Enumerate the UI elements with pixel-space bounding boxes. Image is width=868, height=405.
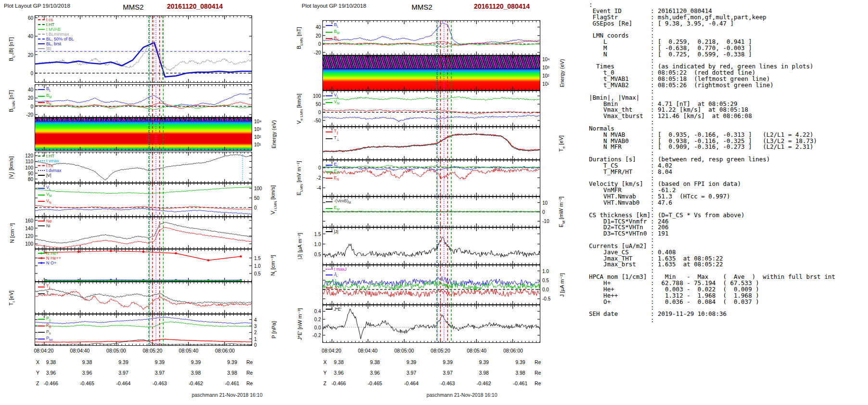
legend-label: -(VexB)M	[334, 198, 351, 205]
position-value: -0.466	[37, 380, 65, 386]
y-axis-label: |Vi| [km/s]	[8, 156, 15, 179]
y-tick-label: 120	[25, 153, 33, 158]
legend-line-sample	[326, 309, 332, 310]
legend-label: VM	[334, 99, 339, 106]
y-tick-label: 0.0	[542, 287, 549, 292]
y-tick-label: -10	[542, 219, 549, 224]
y-tick-label: 40	[28, 87, 33, 92]
legend-line-sample	[326, 131, 332, 132]
position-value: 9.39	[434, 359, 462, 365]
legend-line-sample	[38, 102, 45, 103]
legend-label: |B|	[46, 46, 51, 51]
x-tick-label: 08:04:40	[352, 348, 383, 353]
y-tick-label: 20	[28, 52, 33, 57]
y-tick-label: 100	[313, 93, 321, 99]
position-value: -0.465	[73, 380, 102, 386]
position-value: 9.39	[506, 359, 535, 365]
panel-legend: J*E'	[326, 307, 342, 312]
y-tick-label: 20	[28, 95, 33, 101]
y-tick-label: -2	[317, 175, 321, 180]
panel-legend: |J|	[326, 229, 338, 234]
spacecraft-title-middle: MMS2	[411, 3, 432, 11]
y-tick-label: 10⁴	[254, 118, 261, 124]
y-tick-label: 0.5	[314, 251, 321, 257]
y-tick-label: 0.5	[254, 271, 261, 276]
position-value: -0.461	[218, 380, 247, 386]
legend-label: EM	[334, 169, 339, 175]
position-value: -0.463	[145, 380, 174, 386]
legend-line-sample	[38, 326, 45, 327]
legend-label: BL	[46, 86, 51, 93]
y-tick-label: 100	[254, 186, 262, 191]
y-tick-label: 1.5	[314, 231, 321, 236]
middle-panel-e-lmn: 0-2-4ELMN [mV m⁻¹]ELEMEN	[322, 160, 540, 196]
panel-legend: NeNi	[38, 219, 52, 228]
panel-legend: t maxJJLJMJN	[326, 267, 347, 291]
y-tick-label: 0	[318, 41, 321, 47]
left-panel-v-lmn: 100500Vi LMN [km/s]VLVMVN	[35, 183, 252, 217]
position-unit: Re	[246, 380, 253, 386]
y-tick-label: 1.5	[254, 255, 261, 261]
y-axis-label: Energy (eV)	[559, 59, 565, 87]
y-tick-label: 80	[28, 176, 33, 182]
middle-panel-current-magnitude: 1.51.00.5|J| [µA m⁻²]|J|	[322, 227, 540, 265]
legend-label: t MVAB	[46, 27, 61, 32]
y-tick-label: 0.5	[542, 277, 549, 283]
position-value: 3.98	[218, 370, 247, 376]
left-panel-pressures: 43210P [nPa]PpPBPhPtot	[35, 314, 252, 346]
legend-label: Ne	[46, 219, 52, 223]
y-axis-label: BL,|B| [nT]	[8, 37, 15, 61]
y-tick-label: 40	[28, 34, 33, 39]
y-tick-label: 2	[254, 330, 257, 335]
y-tick-label: -4	[317, 185, 321, 191]
legend-line-sample	[326, 32, 332, 33]
left-panel-density: 160140120100N [cm⁻³]NeNi	[35, 217, 252, 249]
position-value: 3.97	[109, 370, 138, 376]
y-axis-label: Te [eV]	[558, 135, 565, 152]
legend-line-sample	[38, 34, 45, 35]
position-value: -0.466	[324, 380, 353, 386]
x-tick-label: 08:05:20	[137, 348, 168, 353]
panel-legend: T∥T⊥	[38, 284, 51, 297]
legend-line-sample	[38, 165, 45, 166]
position-value: -0.462	[470, 380, 498, 386]
position-value: 9.39	[470, 359, 498, 365]
legend-line-sample	[38, 195, 45, 196]
middle-panel-electron-spectrogram: 10⁴10³10²10¹Energy (eV)	[322, 55, 540, 91]
legend-line-sample	[38, 24, 45, 25]
position-unit: Re	[535, 370, 541, 376]
legend-label: t maxJ	[334, 267, 347, 272]
position-value: 9.39	[145, 359, 174, 365]
y-tick-label: 110	[26, 159, 33, 164]
legend-label: PB	[46, 323, 51, 329]
legend-label: T⊥	[334, 135, 339, 142]
middle-panel-electron-temperature: Te [eV]T∥T⊥	[322, 127, 540, 160]
y-tick-label: 100	[25, 165, 33, 170]
info-panel: : Event ID : 20161120_080414 FlagStr : m…	[589, 2, 835, 324]
y-tick-label: 160	[25, 218, 33, 223]
y-tick-label: 4	[254, 317, 257, 322]
legend-line-sample	[326, 178, 332, 179]
position-value: -0.464	[397, 380, 426, 386]
y-tick-label: -0.2	[313, 333, 321, 338]
y-axis-label: BLMN [nT]	[8, 90, 15, 112]
position-value: 3.98	[470, 370, 498, 376]
legend-label: N He++	[46, 256, 61, 261]
info-line: :	[589, 317, 835, 324]
y-tick-label: -20	[314, 50, 321, 55]
legend-label: JN	[334, 285, 338, 292]
legend-label: BL, brst	[46, 41, 61, 46]
legend-label: t cs	[46, 17, 53, 22]
y-tick-label: 0	[30, 70, 33, 76]
y-tick-label: 10³	[542, 65, 549, 70]
legend-line-sample	[38, 175, 45, 176]
y-axis-label: |J| [µA m⁻²]	[297, 233, 303, 259]
legend-label: Pp	[46, 316, 51, 323]
position-value: 9.38	[37, 359, 65, 365]
position-value: 3.96	[360, 370, 389, 376]
y-tick-label: 10³	[254, 126, 261, 131]
y-tick-label: 1.0	[314, 241, 321, 247]
y-tick-label: 10	[542, 200, 548, 205]
legend-line-sample	[38, 43, 45, 44]
y-tick-label: 10⁴	[542, 57, 549, 62]
